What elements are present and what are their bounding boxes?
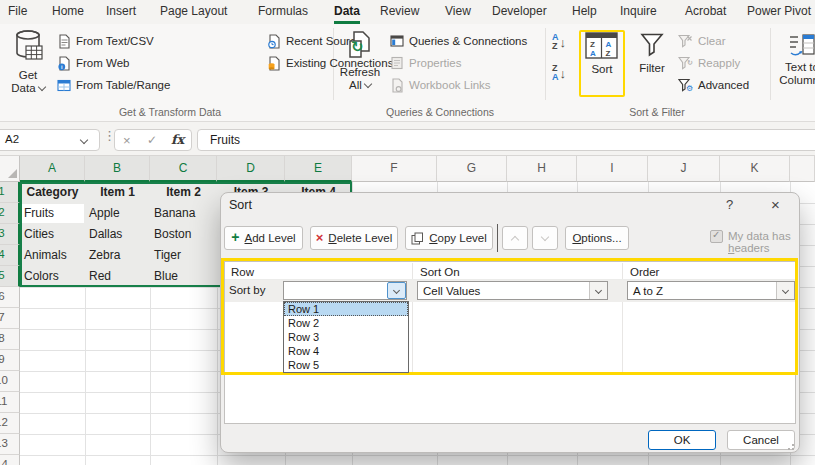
options-button[interactable]: Options... bbox=[565, 226, 629, 250]
ok-button[interactable]: OK bbox=[648, 430, 716, 450]
menu-tab-power-pivot[interactable]: Power Pivot bbox=[747, 0, 811, 24]
advanced-filter-button[interactable]: ⚙ Advanced bbox=[678, 77, 749, 93]
column-header-e[interactable]: E bbox=[285, 156, 352, 182]
sort-on-combo[interactable]: Cell Values bbox=[417, 281, 608, 300]
dialog-title: Sort bbox=[229, 198, 252, 212]
cell-B1[interactable]: Item 1 bbox=[87, 185, 148, 202]
dropdown-item-row-3[interactable]: Row 3 bbox=[284, 330, 408, 344]
sort-z-to-a-button[interactable]: ZA↓ bbox=[552, 64, 566, 82]
toolbar-divider bbox=[497, 224, 498, 252]
row-header-7[interactable]: 7 bbox=[0, 308, 20, 329]
queries-connections-button[interactable]: Queries & Connections bbox=[390, 33, 527, 49]
cell-C2[interactable]: Banana bbox=[152, 206, 215, 223]
row-header-5[interactable]: 5 bbox=[0, 266, 20, 287]
add-level-button[interactable]: + Add Level bbox=[224, 226, 303, 250]
column-header-b[interactable]: B bbox=[85, 156, 150, 182]
sort-by-dropdown-list: Row 1Row 2Row 3Row 4Row 5 bbox=[283, 301, 409, 373]
select-all-corner[interactable] bbox=[0, 156, 20, 182]
row-header-14[interactable]: 14 bbox=[0, 455, 20, 465]
close-icon[interactable]: × bbox=[771, 196, 780, 213]
cell-A5[interactable]: Colors bbox=[22, 269, 83, 286]
column-header-a[interactable]: A bbox=[20, 156, 85, 182]
menu-tab-insert[interactable]: Insert bbox=[106, 0, 136, 24]
cell-B4[interactable]: Zebra bbox=[87, 248, 148, 265]
menu-tab-review[interactable]: Review bbox=[380, 0, 419, 24]
cell-A3[interactable]: Cities bbox=[22, 227, 83, 244]
column-header-i[interactable]: I bbox=[577, 156, 648, 182]
cell-B5[interactable]: Red bbox=[87, 269, 148, 286]
column-header-g[interactable]: G bbox=[437, 156, 507, 182]
dropdown-item-row-1[interactable]: Row 1 bbox=[284, 302, 408, 316]
fx-icon[interactable]: fx bbox=[171, 132, 184, 147]
filter-button[interactable]: Filter bbox=[634, 32, 670, 75]
row-header-8[interactable]: 8 bbox=[0, 329, 20, 350]
copy-level-button[interactable]: Copy Level bbox=[405, 226, 493, 250]
row-header-2[interactable]: 2 bbox=[0, 203, 20, 224]
workbook-links-button: Workbook Links bbox=[390, 77, 491, 93]
cell-A1[interactable]: Category bbox=[22, 185, 83, 202]
down-arrow-icon: ↓ bbox=[560, 66, 567, 81]
delete-level-button[interactable]: × Delete Level bbox=[310, 226, 398, 250]
chevron-down-icon[interactable] bbox=[80, 136, 88, 144]
column-header-partial[interactable] bbox=[790, 156, 815, 182]
row-header-9[interactable]: 9 bbox=[0, 350, 20, 371]
help-icon[interactable]: ? bbox=[726, 197, 733, 212]
cell-B2[interactable]: Apple bbox=[87, 206, 148, 223]
from-web-button[interactable]: i From Web bbox=[57, 55, 129, 71]
cell-C1[interactable]: Item 2 bbox=[152, 185, 215, 202]
menu-tab-home[interactable]: Home bbox=[52, 0, 84, 24]
confirm-entry-icon[interactable]: ✓ bbox=[147, 133, 157, 147]
cell-A2[interactable]: Fruits bbox=[22, 206, 83, 223]
row-header-1[interactable]: 1 bbox=[0, 182, 20, 203]
dropdown-item-row-2[interactable]: Row 2 bbox=[284, 316, 408, 330]
sort-by-combo[interactable] bbox=[283, 281, 407, 300]
dropdown-item-row-4[interactable]: Row 4 bbox=[284, 344, 408, 358]
properties-icon bbox=[390, 56, 404, 70]
menu-tab-acrobat[interactable]: Acrobat bbox=[685, 0, 726, 24]
sort-a-to-z-button[interactable]: AZ↓ bbox=[552, 33, 566, 51]
menu-tab-view[interactable]: View bbox=[445, 0, 471, 24]
row-header-6[interactable]: 6 bbox=[0, 287, 20, 308]
chevron-down-icon bbox=[393, 287, 400, 294]
resize-grip[interactable] bbox=[784, 440, 794, 450]
order-combo[interactable]: A to Z bbox=[627, 281, 795, 300]
from-table-range-button[interactable]: From Table/Range bbox=[57, 77, 170, 93]
column-header-c[interactable]: C bbox=[150, 156, 217, 182]
row-header-4[interactable]: 4 bbox=[0, 245, 20, 266]
formula-input[interactable]: Fruits bbox=[197, 129, 815, 151]
cell-C4[interactable]: Tiger bbox=[152, 248, 215, 265]
dropdown-item-row-5[interactable]: Row 5 bbox=[284, 358, 408, 372]
menu-tab-help[interactable]: Help bbox=[572, 0, 597, 24]
get-data-button[interactable]: Get Data bbox=[4, 30, 52, 95]
row-header-3[interactable]: 3 bbox=[0, 224, 20, 245]
name-box[interactable]: A2 bbox=[0, 129, 100, 151]
column-header-h[interactable]: H bbox=[507, 156, 577, 182]
column-header-f[interactable]: F bbox=[352, 156, 437, 182]
row-header-12[interactable]: 12 bbox=[0, 413, 20, 434]
column-header-d[interactable]: D bbox=[217, 156, 285, 182]
menu-tab-developer[interactable]: Developer bbox=[492, 0, 547, 24]
from-text-csv-button[interactable]: From Text/CSV bbox=[57, 33, 154, 49]
dialog-titlebar[interactable] bbox=[221, 193, 799, 219]
cell-B3[interactable]: Dallas bbox=[87, 227, 148, 244]
menu-tab-formulas[interactable]: Formulas bbox=[258, 0, 308, 24]
menu-tab-page-layout[interactable]: Page Layout bbox=[160, 0, 227, 24]
column-header-j[interactable]: J bbox=[648, 156, 720, 182]
combo-dropdown-button[interactable] bbox=[776, 282, 794, 299]
row-header-10[interactable]: 10 bbox=[0, 371, 20, 392]
menu-tab-inquire[interactable]: Inquire bbox=[620, 0, 657, 24]
combo-dropdown-button[interactable] bbox=[387, 282, 406, 299]
cancel-entry-icon[interactable]: × bbox=[123, 133, 131, 148]
advanced-filter-icon: ⚙ bbox=[678, 78, 693, 92]
cell-A4[interactable]: Animals bbox=[22, 248, 83, 265]
cell-C5[interactable]: Blue bbox=[152, 269, 215, 286]
column-header-k[interactable]: K bbox=[720, 156, 790, 182]
row-header-11[interactable]: 11 bbox=[0, 392, 20, 413]
refresh-all-button[interactable]: ↻ Refresh All bbox=[336, 31, 384, 92]
menu-tab-data[interactable]: Data bbox=[334, 0, 360, 24]
combo-dropdown-button[interactable] bbox=[589, 282, 607, 299]
text-to-columns-button[interactable]: Text to Columns bbox=[776, 32, 815, 87]
cell-C3[interactable]: Boston bbox=[152, 227, 215, 244]
menu-tab-file[interactable]: File bbox=[8, 0, 27, 24]
row-header-13[interactable]: 13 bbox=[0, 434, 20, 455]
